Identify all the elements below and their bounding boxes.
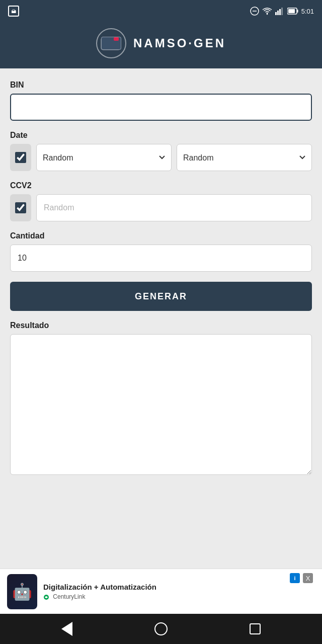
time-display: 5:01 bbox=[301, 8, 314, 15]
ccv2-checkbox[interactable] bbox=[15, 202, 26, 213]
svg-rect-9 bbox=[101, 38, 120, 50]
resultado-field-group: Resultado bbox=[10, 321, 312, 477]
cantidad-input[interactable] bbox=[10, 245, 312, 272]
nav-back-button[interactable] bbox=[54, 616, 79, 641]
resultado-textarea[interactable] bbox=[10, 334, 312, 475]
wifi-icon bbox=[262, 7, 272, 15]
svg-rect-8 bbox=[288, 9, 295, 13]
bin-label: BIN bbox=[10, 80, 312, 90]
do-not-disturb-icon bbox=[250, 7, 259, 16]
date-row: Random 01 02 03 04 05 06 07 08 09 10 11 … bbox=[10, 144, 312, 171]
svg-point-15 bbox=[115, 43, 120, 48]
main-content: BIN Date Random 01 02 03 04 05 06 07 08 … bbox=[0, 68, 322, 569]
app-logo bbox=[96, 28, 126, 58]
ccv2-checkbox-wrapper[interactable] bbox=[10, 194, 31, 221]
bin-input[interactable] bbox=[10, 94, 312, 121]
date-label: Date bbox=[10, 131, 312, 140]
resultado-label: Resultado bbox=[10, 321, 312, 330]
ccv2-input[interactable] bbox=[36, 194, 312, 221]
home-icon bbox=[154, 622, 168, 635]
svg-rect-4 bbox=[279, 9, 281, 15]
ad-info-button[interactable]: i bbox=[290, 573, 300, 583]
svg-rect-2 bbox=[275, 12, 277, 15]
date-checkbox[interactable] bbox=[15, 152, 26, 163]
ad-robot-icon: 🤖 bbox=[7, 574, 37, 609]
date-year-select[interactable]: Random 2024 2025 2026 2027 2028 2029 203… bbox=[177, 144, 312, 171]
recent-icon bbox=[250, 623, 261, 634]
date-field-group: Date Random 01 02 03 04 05 06 07 08 09 1… bbox=[10, 131, 312, 171]
back-icon bbox=[61, 622, 72, 636]
gallery-icon bbox=[8, 6, 19, 17]
date-month-select[interactable]: Random 01 02 03 04 05 06 07 08 09 10 11 … bbox=[36, 144, 172, 171]
bin-field-group: BIN bbox=[10, 80, 312, 121]
ad-subtitle: CenturyLink bbox=[43, 593, 315, 600]
ccv2-row bbox=[10, 194, 312, 221]
logo-card-icon bbox=[100, 36, 122, 51]
svg-point-14 bbox=[112, 43, 117, 48]
signal-icon bbox=[275, 7, 284, 15]
date-checkbox-wrapper[interactable] bbox=[10, 144, 31, 171]
cantidad-label: Cantidad bbox=[10, 231, 312, 240]
generar-button[interactable]: GENERAR bbox=[10, 282, 312, 311]
ad-title: Digitalización + Automatización bbox=[43, 583, 315, 591]
cantidad-field-group: Cantidad bbox=[10, 231, 312, 272]
svg-rect-7 bbox=[297, 10, 298, 13]
nav-recent-button[interactable] bbox=[243, 616, 268, 641]
svg-rect-13 bbox=[101, 40, 120, 43]
ad-close-button[interactable]: X bbox=[303, 573, 313, 583]
ad-banner: 🤖 Digitalización + Automatización Centur… bbox=[0, 569, 322, 614]
status-bar: 5:01 bbox=[0, 0, 322, 22]
nav-bar bbox=[0, 614, 322, 644]
svg-rect-10 bbox=[104, 41, 109, 45]
centurylink-icon bbox=[43, 594, 49, 600]
ad-text: Digitalización + Automatización CenturyL… bbox=[43, 583, 315, 600]
app-title: NAMSO·GEN bbox=[133, 36, 226, 50]
nav-home-button[interactable] bbox=[148, 616, 174, 641]
battery-icon bbox=[287, 8, 298, 15]
svg-rect-5 bbox=[281, 8, 283, 15]
status-bar-left bbox=[8, 6, 19, 17]
ccv2-field-group: CCV2 bbox=[10, 181, 312, 221]
svg-rect-3 bbox=[277, 11, 279, 15]
status-bar-right: 5:01 bbox=[250, 7, 314, 16]
ccv2-label: CCV2 bbox=[10, 181, 312, 190]
app-header: NAMSO·GEN bbox=[0, 22, 322, 68]
